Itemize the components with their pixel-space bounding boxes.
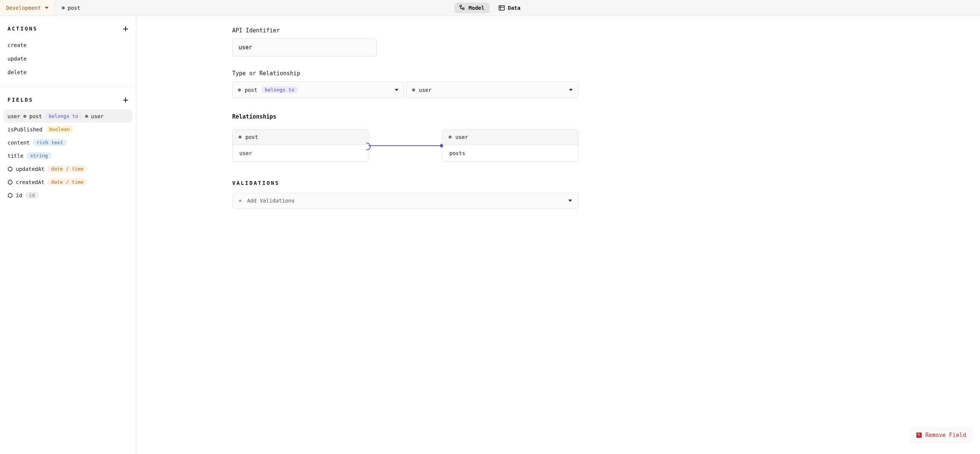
field-type-badge: string [26,152,52,159]
field-type-badge: date / time [48,178,88,186]
svg-rect-0 [460,5,461,7]
dot-icon [238,88,241,91]
chevron-down-icon [45,7,49,9]
field-name: content [8,140,30,146]
remove-field-button[interactable]: Remove Field [910,428,972,443]
field-user[interactable]: user post belongs to user [4,110,132,123]
field-rel-to: user [91,113,104,119]
field-name: isPublished [8,126,43,132]
field-content[interactable]: content rich text [0,136,136,149]
field-type-badge: date / time [48,165,88,172]
dot-icon [62,6,65,10]
view-model-label: Model [469,5,484,11]
system-field-icon [8,193,13,198]
rel-target: user [419,87,432,93]
rel-card-body-text: posts [442,145,578,161]
rel-card-body-text: user [232,145,368,161]
field-rel-type-badge: belongs to [45,113,82,120]
dot-icon [85,115,88,118]
field-createdAt[interactable]: createdAt date / time [0,175,136,189]
field-name: createdAt [16,179,45,185]
add-validations-button[interactable]: + Add Validations [232,193,578,209]
rel-card-header-text: user [455,134,468,140]
svg-rect-2 [499,6,504,10]
add-validations-label: Add Validations [247,198,294,204]
dot-icon [412,88,415,91]
dot-icon [239,135,242,139]
trash-icon [916,433,922,438]
plus-icon: + [239,198,242,204]
field-type-badge: id [25,192,39,199]
field-name: title [8,153,23,159]
environment-name: Development [6,5,41,11]
action-label: delete [8,69,27,75]
relationship-target-select[interactable]: user [406,81,578,98]
actions-section-title: ACTIONS [8,25,38,32]
field-rel-from: post [29,113,42,119]
rel-card-post[interactable]: post user [232,129,368,162]
action-label: update [8,56,27,62]
svg-rect-1 [463,8,464,10]
action-label: create [8,42,27,48]
api-identifier-input[interactable] [232,38,377,56]
type-relationship-label: Type or Relationship [232,70,578,77]
add-action-button[interactable]: + [123,24,128,33]
chevron-down-icon [569,89,573,91]
add-field-button[interactable]: + [123,95,128,104]
validations-title: VALIDATIONS [232,180,578,186]
view-data-label: Data [508,5,520,11]
field-name: user [8,113,20,119]
rel-card-user[interactable]: user posts [442,129,578,162]
api-identifier-label: API Identifier [232,27,578,34]
system-field-icon [8,166,13,172]
chevron-down-icon [395,89,399,91]
relationship-diagram: post user user posts [232,129,578,162]
system-field-icon [8,180,13,185]
field-name: updatedAt [16,166,45,172]
field-id[interactable]: id id [0,189,136,202]
field-name: id [16,192,22,198]
model-icon [460,5,466,11]
rel-card-header-text: post [245,134,258,140]
view-data-button[interactable]: Data [493,3,526,13]
action-update[interactable]: update [0,52,136,65]
field-type-badge: boolean [46,126,74,133]
remove-field-label: Remove Field [926,432,966,438]
relationships-heading: Relationships [232,113,578,120]
fields-section-title: FIELDS [8,97,33,103]
breadcrumb: post [55,5,88,11]
action-create[interactable]: create [0,38,136,52]
field-type-badge: rich text [33,139,67,146]
dot-icon [23,115,26,118]
data-icon [499,5,505,11]
view-model-button[interactable]: Model [454,3,490,13]
relationship-connector-icon [368,145,442,146]
dot-icon [449,135,452,139]
rel-type-badge: belongs to [261,86,298,93]
rel-from: post [245,87,258,93]
action-delete[interactable]: delete [0,65,136,79]
chevron-down-icon [568,199,572,202]
relationship-type-select[interactable]: post belongs to [232,81,404,98]
field-title[interactable]: title string [0,149,136,162]
field-updatedAt[interactable]: updatedAt date / time [0,162,136,175]
environment-selector[interactable]: Development [0,0,55,16]
breadcrumb-model: post [68,5,81,11]
field-isPublished[interactable]: isPublished boolean [0,123,136,136]
